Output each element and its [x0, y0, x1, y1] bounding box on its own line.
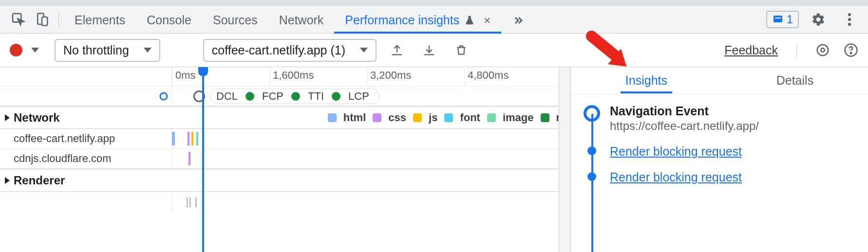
svg-point-9 [817, 45, 829, 56]
legend-label: css [388, 111, 406, 124]
chevron-down-icon [144, 48, 151, 53]
time-ruler[interactable]: 0ms 1,600ms 3,200ms 4,800ms [0, 67, 570, 87]
legend-label: image [503, 111, 534, 124]
section-network-header[interactable]: Network html css js font image media [0, 106, 570, 129]
insights-pane: Insights Details Navigation Event https:… [571, 67, 868, 252]
section-label: Network [14, 111, 60, 125]
svg-point-11 [850, 53, 852, 54]
section-renderer-header[interactable]: Renderer [0, 169, 570, 192]
feedback-link[interactable]: Feedback [724, 43, 778, 57]
annotation-arrow-icon [585, 29, 631, 76]
svg-point-5 [848, 13, 851, 16]
dot-icon [332, 92, 340, 101]
dot-icon [291, 92, 300, 101]
chevron-down-icon [360, 48, 368, 53]
recording-label: coffee-cart.netlify.app (1) [212, 43, 345, 57]
performance-toolbar: No throttling coffee-cart.netlify.app (1… [0, 34, 868, 67]
settings-button[interactable] [807, 8, 830, 31]
divider [796, 43, 797, 57]
request-segment[interactable] [189, 152, 190, 165]
throttling-label: No throttling [63, 43, 129, 57]
network-row[interactable]: coffee-cart.netlify.app [0, 129, 570, 149]
tab-console[interactable]: Console [136, 6, 202, 34]
network-track [172, 149, 570, 168]
task-segment[interactable] [195, 198, 197, 207]
record-button[interactable] [10, 44, 22, 56]
svg-point-6 [848, 18, 851, 21]
inspect-element-button[interactable] [7, 8, 30, 31]
tab-label: Performance insights [345, 13, 459, 27]
disclosure-triangle-icon [5, 177, 10, 184]
scrollbar-vertical[interactable] [559, 67, 570, 252]
timing-markers-pill[interactable]: DCL FCP TTI LCP [210, 89, 379, 104]
task-segment[interactable] [189, 198, 191, 207]
dot-icon [245, 92, 254, 101]
ruler-tick: 1,600ms [269, 67, 314, 86]
ruler-tick: 3,200ms [367, 67, 411, 86]
export-button[interactable] [385, 38, 409, 62]
marker-lcp: LCP [348, 90, 369, 103]
network-host-label: coffee-cart.netlify.app [0, 129, 172, 148]
network-row[interactable]: cdnjs.cloudflare.com [0, 149, 570, 169]
device-toggle-button[interactable] [30, 8, 54, 31]
tab-network[interactable]: Network [268, 6, 335, 34]
import-button[interactable] [417, 38, 441, 62]
close-icon[interactable]: × [484, 14, 491, 27]
nav-event-title: Navigation Event [610, 104, 759, 118]
request-segment[interactable] [196, 132, 198, 145]
more-tabs-button[interactable] [501, 6, 534, 34]
throttling-select[interactable]: No throttling [55, 39, 160, 62]
tab-elements[interactable]: Elements [64, 6, 136, 34]
marker-tti: TTI [308, 90, 324, 103]
legend-label: html [343, 111, 366, 124]
legend-label: js [429, 111, 437, 124]
issues-icon [772, 14, 784, 25]
request-segment[interactable] [191, 132, 193, 145]
insight-item[interactable]: Render blocking request [584, 144, 864, 159]
circle-marker-icon [159, 91, 169, 101]
legend-label: font [460, 111, 480, 124]
timeline-pane: 0ms 1,600ms 3,200ms 4,800ms DCL FCP [0, 67, 571, 252]
playhead-handle[interactable] [198, 67, 208, 76]
record-dropdown-button[interactable] [31, 48, 39, 53]
help-button[interactable] [844, 38, 858, 62]
legend-swatch-html [328, 113, 337, 122]
tab-label: Elements [75, 13, 125, 27]
chevrons-right-icon [512, 15, 524, 26]
marker-fcp: FCP [262, 90, 283, 103]
playhead-line[interactable] [202, 67, 204, 252]
timings-lane: DCL FCP TTI LCP [0, 87, 570, 106]
flask-icon [464, 15, 475, 26]
window-chrome-strip [0, 0, 868, 6]
nav-event-url: https://coffee-cart.netlify.app/ [610, 119, 759, 133]
devtools-main-tabs: Elements Console Sources Network Perform… [0, 6, 868, 34]
request-segment[interactable] [172, 132, 175, 145]
recording-select[interactable]: coffee-cart.netlify.app (1) [203, 39, 377, 62]
more-menu-button[interactable] [838, 8, 861, 31]
issues-button[interactable]: 1 [766, 11, 799, 28]
insight-link[interactable]: Render blocking request [610, 170, 742, 184]
network-track [172, 129, 570, 148]
divider [58, 12, 59, 27]
task-segment[interactable] [187, 198, 188, 207]
insight-nav-event[interactable]: Navigation Event https://coffee-cart.net… [584, 104, 864, 133]
timeline-connector-line [591, 114, 593, 252]
tab-details[interactable]: Details [772, 68, 818, 93]
tab-label: Network [279, 13, 324, 27]
tab-performance-insights[interactable]: Performance insights × [334, 6, 501, 34]
tab-sources[interactable]: Sources [202, 6, 268, 34]
network-host-label: cdnjs.cloudflare.com [0, 149, 172, 168]
panel-content: 0ms 1,600ms 3,200ms 4,800ms DCL FCP [0, 67, 868, 252]
insight-item[interactable]: Render blocking request [584, 170, 864, 184]
delete-button[interactable] [450, 38, 473, 62]
ruler-tick: 0ms [172, 67, 196, 86]
disclosure-triangle-icon [5, 114, 10, 121]
legend-swatch-image [487, 113, 496, 122]
insight-link[interactable]: Render blocking request [610, 144, 742, 159]
marker-dcl: DCL [216, 90, 238, 103]
ruler-tick: 4,800ms [464, 67, 509, 86]
request-segment[interactable] [188, 132, 189, 145]
panel-settings-button[interactable] [815, 38, 830, 62]
svg-rect-2 [42, 17, 47, 26]
svg-rect-3 [774, 16, 782, 22]
